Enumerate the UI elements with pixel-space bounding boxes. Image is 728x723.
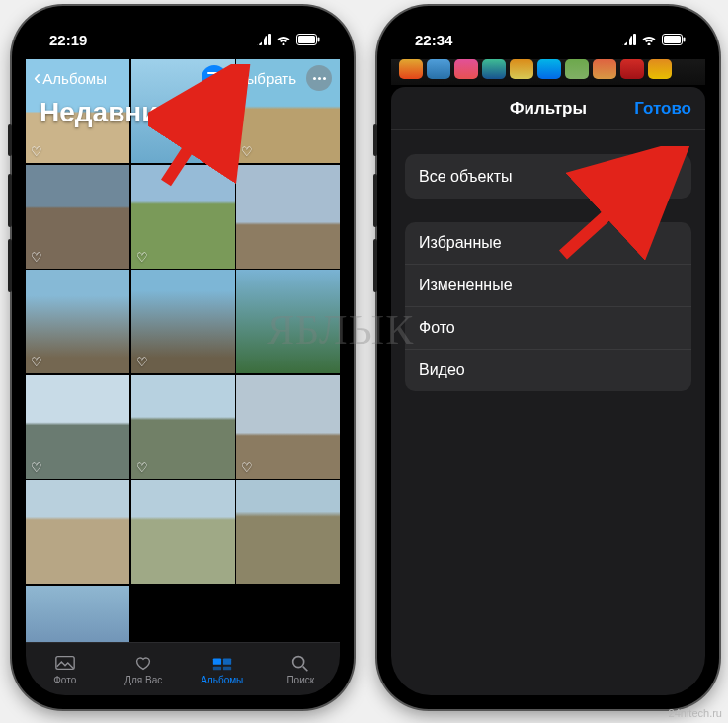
photo-thumb[interactable]: ♡ xyxy=(26,165,129,269)
row-label: Видео xyxy=(419,362,465,379)
tab-photo[interactable]: Фото xyxy=(26,643,105,695)
photo-thumb[interactable] xyxy=(26,480,129,584)
row-label: Все объекты xyxy=(419,168,512,186)
svg-rect-6 xyxy=(213,667,221,671)
svg-line-9 xyxy=(303,667,308,672)
notch xyxy=(464,20,632,47)
svg-rect-2 xyxy=(318,38,320,42)
back-label: Альбомы xyxy=(42,70,107,87)
heart-icon: ♡ xyxy=(136,355,148,369)
photo-thumb[interactable]: ♡ xyxy=(131,270,235,373)
tab-label: Поиск xyxy=(286,675,314,685)
filter-button[interactable] xyxy=(202,65,227,91)
heart-icon: ♡ xyxy=(136,460,148,475)
modal-title: Фильтры xyxy=(510,99,587,119)
heart-icon: ♡ xyxy=(241,460,253,475)
wifi-icon xyxy=(276,34,291,45)
filter-group-types: Избранные Измененные Фото Видео xyxy=(405,222,691,391)
filter-group-all: Все объекты ✓ xyxy=(405,154,691,199)
tab-label: Фото xyxy=(53,675,76,685)
heart-icon: ♡ xyxy=(241,144,253,159)
heart-icon: ♡ xyxy=(31,460,42,475)
battery-icon xyxy=(662,34,686,45)
search-icon xyxy=(289,653,311,673)
tab-search[interactable]: Поиск xyxy=(262,643,341,695)
more-button[interactable] xyxy=(306,65,332,91)
row-label: Измененные xyxy=(419,277,513,294)
notch xyxy=(99,20,267,47)
tab-label: Для Вас xyxy=(124,675,162,685)
status-time: 22:34 xyxy=(415,32,452,48)
photo-thumb[interactable]: ♡ xyxy=(236,375,340,479)
tab-label: Альбомы xyxy=(201,675,243,685)
chevron-left-icon: ‹ xyxy=(34,67,40,89)
tab-bar: Фото Для Вас Альбомы Поиск xyxy=(26,642,340,695)
filter-row-favorites[interactable]: Избранные xyxy=(405,222,691,265)
home-row-background xyxy=(391,59,705,85)
photo-thumb[interactable]: ♡ xyxy=(26,270,129,373)
source-credit: 24hitech.ru xyxy=(669,707,722,719)
photo-thumb[interactable]: ♡ xyxy=(26,375,129,479)
tab-for-you[interactable]: Для Вас xyxy=(105,643,184,695)
heart-icon: ♡ xyxy=(31,250,42,265)
filter-row-edited[interactable]: Измененные xyxy=(405,265,691,307)
photo-thumb[interactable] xyxy=(26,586,129,643)
photos-nav: ‹ Альбомы Выбрать xyxy=(26,61,340,95)
select-button[interactable]: Выбрать xyxy=(237,70,296,87)
photo-thumb[interactable] xyxy=(131,480,235,584)
filter-row-video[interactable]: Видео xyxy=(405,350,691,391)
phone-right: 22:34 Фильтры Готово xyxy=(377,6,719,709)
svg-point-8 xyxy=(293,657,304,668)
back-button[interactable]: ‹ Альбомы xyxy=(34,67,107,89)
filter-row-photo[interactable]: Фото xyxy=(405,307,691,350)
photos-icon xyxy=(54,653,76,673)
row-label: Избранные xyxy=(419,234,502,252)
photo-thumb[interactable]: ♡ xyxy=(131,375,235,479)
battery-icon xyxy=(296,34,320,45)
heart-icon: ♡ xyxy=(136,250,148,265)
done-button[interactable]: Готово xyxy=(634,87,691,129)
heart-icon: ♡ xyxy=(31,355,42,369)
svg-rect-1 xyxy=(298,36,315,43)
album-title: Недавние xyxy=(40,97,174,128)
photo-thumb[interactable] xyxy=(236,165,340,269)
svg-rect-4 xyxy=(213,658,221,664)
albums-icon xyxy=(211,653,233,673)
photo-thumb[interactable] xyxy=(236,480,340,584)
svg-rect-11 xyxy=(664,36,681,43)
row-label: Фото xyxy=(419,319,455,337)
screen-left: 22:19 ♡ ♡ ♡ ♡ ♡ ♡ ♡ xyxy=(26,20,340,695)
status-time: 22:19 xyxy=(49,32,87,48)
screen-right: 22:34 Фильтры Готово xyxy=(391,20,705,695)
svg-rect-7 xyxy=(223,667,231,671)
photo-thumb[interactable] xyxy=(236,270,340,373)
filters-modal: Фильтры Готово Все объекты ✓ Избранные И… xyxy=(391,87,705,695)
phone-left: 22:19 ♡ ♡ ♡ ♡ ♡ ♡ ♡ xyxy=(12,6,354,709)
tab-albums[interactable]: Альбомы xyxy=(183,643,262,695)
photo-grid[interactable]: ♡ ♡ ♡ ♡ ♡ ♡ ♡ ♡ ♡ xyxy=(26,59,340,642)
foryou-icon xyxy=(132,653,154,673)
checkmark-icon: ✓ xyxy=(664,166,678,187)
svg-rect-5 xyxy=(223,658,231,664)
modal-header: Фильтры Готово xyxy=(391,87,705,130)
filter-row-all-items[interactable]: Все объекты ✓ xyxy=(405,154,691,199)
heart-icon: ♡ xyxy=(31,144,42,159)
photo-thumb[interactable]: ♡ xyxy=(131,165,235,269)
svg-rect-12 xyxy=(684,38,686,42)
wifi-icon xyxy=(641,34,657,45)
